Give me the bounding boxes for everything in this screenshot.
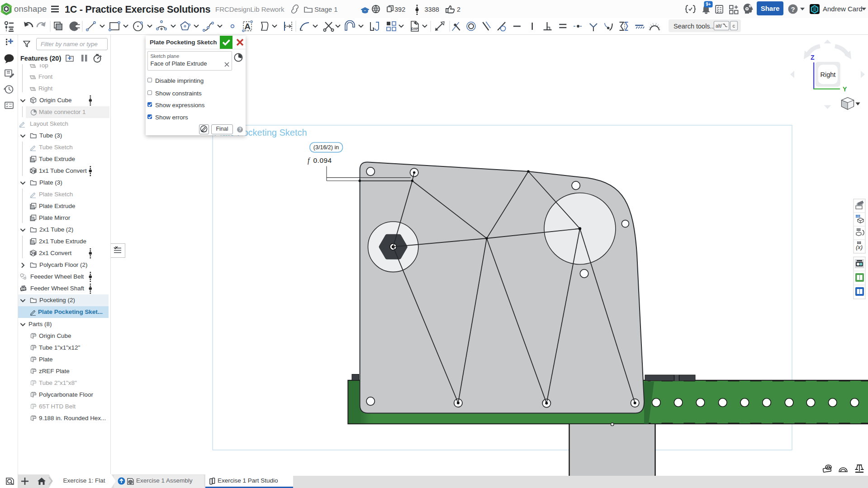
svg-text:DXF: DXF	[411, 27, 418, 31]
svg-text:1C - Practice Exercise Solutio: 1C - Practice Exercise Solutions	[65, 4, 210, 15]
svg-text:(x): (x)	[856, 244, 863, 251]
svg-text:onshape: onshape	[14, 4, 47, 14]
svg-text:9+: 9+	[706, 2, 711, 7]
svg-text:Z: Z	[811, 54, 815, 61]
svg-text:Andrew Card: Andrew Card	[823, 5, 863, 13]
svg-text:A: A	[244, 22, 251, 31]
svg-text:Y: Y	[843, 85, 847, 93]
svg-text:2: 2	[457, 6, 460, 13]
svg-text:c: c	[733, 23, 735, 28]
svg-text:?: ?	[791, 5, 795, 13]
svg-text:Share: Share	[761, 5, 780, 12]
svg-text:Stage 1: Stage 1	[314, 5, 338, 13]
svg-text:f0.094: f0.094	[308, 156, 332, 165]
svg-text:3388: 3388	[425, 6, 439, 13]
svg-text:(3/16/2) in: (3/16/2) in	[313, 144, 339, 151]
svg-text:FRCDesignLib Rework: FRCDesignLib Rework	[215, 5, 285, 13]
svg-text:392: 392	[394, 6, 405, 13]
svg-text:alt/: alt/	[716, 23, 722, 28]
svg-text:Search tools...: Search tools...	[674, 23, 716, 30]
svg-text:Right: Right	[820, 71, 835, 78]
